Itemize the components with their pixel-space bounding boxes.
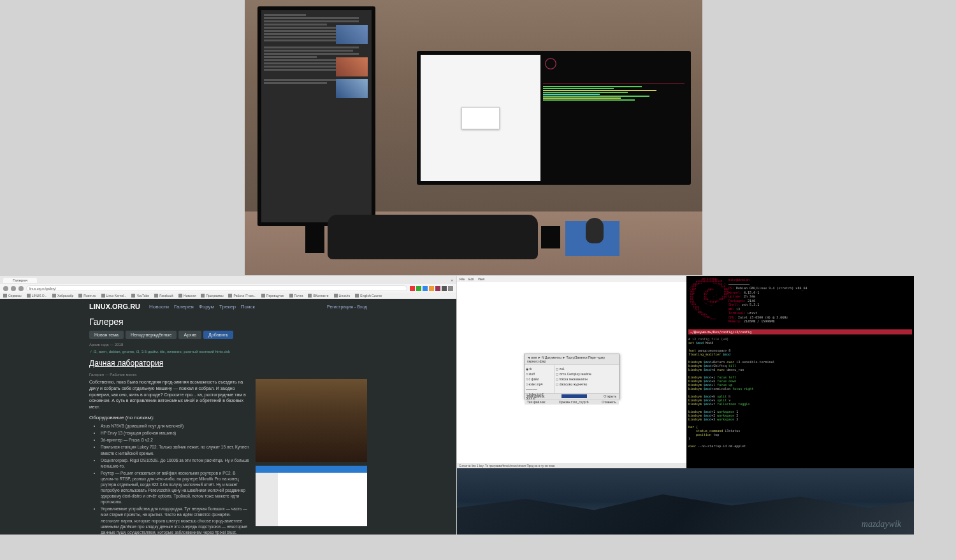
code-content: # i3 config file (v4)set $mod Mod4 font …	[688, 337, 912, 448]
file-item[interactable]: ◻ fracка текаsвелилн	[556, 377, 618, 382]
browser-window: Галерея × linux.org.ru/gallery/ СервисыL…	[0, 276, 456, 535]
site-nav: НовостиГалереяФорумТрекерПоиск	[149, 304, 255, 310]
nav-link[interactable]: Галерея	[174, 304, 194, 310]
bookmark-item[interactable]: Linux Kernel...	[101, 294, 127, 298]
nav-link[interactable]: Поиск	[241, 304, 255, 310]
check-icon: ✓	[89, 350, 92, 354]
thumbnail-photo[interactable]	[256, 379, 367, 462]
dialog-file-list: ◻ co1◻ circu.Cernploy.readme◻ fracка тек…	[554, 365, 619, 393]
breadcrumb: Архив года — 2018	[89, 343, 367, 347]
bookmark-item[interactable]: Работа IT-сек...	[228, 294, 256, 298]
extension-icon[interactable]	[423, 286, 428, 291]
menu-item[interactable]: File	[460, 277, 465, 281]
dialog-breadcrumb[interactable]: ◄ имя ► N Документы ► Торгу/Заметки Пере…	[525, 354, 619, 365]
extension-icon[interactable]	[416, 286, 421, 291]
back-icon[interactable]	[3, 286, 8, 291]
extension-icon[interactable]	[442, 286, 447, 291]
place-item[interactable]: □ exter.mp4	[526, 382, 553, 387]
file-item[interactable]: ◻ datacовo журнятво	[556, 382, 618, 387]
bookmarks-bar: СервисыLINUX.O...ХабрахабрRoem.ruLinux K…	[0, 292, 456, 299]
bookmark-item[interactable]: English Course	[355, 294, 382, 298]
photo-left-monitor	[257, 6, 375, 226]
system-info: mike@debian ─────────── OS: Debian GNU/L…	[728, 278, 807, 326]
bookmark-item[interactable]: Программы	[201, 294, 223, 298]
page-title: Галерея	[89, 317, 367, 327]
bookmark-item[interactable]: LINUX.O...	[27, 294, 47, 298]
browser-tabs: Галерея ×	[0, 276, 456, 284]
place-item[interactable]: ─────	[526, 387, 553, 392]
menu-item[interactable]: Edit	[468, 277, 474, 281]
editor-menubar: FileEditView	[457, 276, 686, 282]
place-item[interactable]: ◉ rk	[526, 366, 553, 371]
prompt-header: ~/Документы/Dev/config/i3/config	[688, 329, 912, 334]
page-body: LINUX.ORG.RU НовостиГалереяФорумТрекерПо…	[0, 299, 456, 535]
extension-icon[interactable]	[429, 286, 434, 291]
wallpaper-signature: mazdaywik	[862, 519, 901, 529]
bookmark-item[interactable]: Переводчик	[261, 294, 284, 298]
file-item[interactable]: ◻ circu.Cernploy.readme	[556, 371, 618, 377]
bookmark-item[interactable]: Новости	[178, 294, 196, 298]
site-logo[interactable]: LINUX.ORG.RU	[89, 303, 140, 310]
bookmark-item[interactable]: Хабрахабр	[52, 294, 73, 298]
menu-icon[interactable]	[448, 286, 453, 291]
gallery-button[interactable]: Новая тема	[89, 331, 124, 339]
editor-status-bar: Cursor at line 1 key. Те программ/hmok/с…	[457, 463, 686, 468]
bookmark-item[interactable]: Почта	[289, 294, 303, 298]
extension-icon[interactable]	[410, 286, 415, 291]
menu-item[interactable]: View	[478, 277, 485, 281]
post-meta: Галерея — Рабочие места	[89, 373, 367, 377]
place-item[interactable]: □ stuff	[526, 371, 553, 377]
terminal-window[interactable]: _,met$$$$$gg. ,g$$$$$$$$$$$$$$$P. ,g$$P"…	[686, 276, 914, 468]
bookmark-item[interactable]: Roem.ru	[78, 294, 96, 298]
bookmark-item[interactable]: Facebook	[154, 294, 173, 298]
nav-link[interactable]: Трекер	[219, 304, 236, 310]
photo-keyboard	[328, 215, 538, 259]
gallery-button[interactable]: Добавить	[203, 331, 233, 339]
filetype-label: Тип файлов:	[527, 400, 546, 404]
browser-toolbar: linux.org.ru/gallery/	[0, 284, 456, 292]
thumbnail-screenshot[interactable]	[256, 466, 367, 526]
debian-logo-icon: _,met$$$$$gg. ,g$$$$$$$$$$$$$$$P. ,g$$P"…	[688, 278, 723, 313]
dialog-places: ◉ rk□ stuff□ с файл□ exter.mp4─────□ Ind…	[525, 365, 554, 393]
nav-link[interactable]: Форум	[199, 304, 214, 310]
desk-photo	[245, 0, 702, 275]
photo-right-monitor	[417, 51, 691, 185]
forward-icon[interactable]	[11, 286, 16, 291]
nav-link[interactable]: Новости	[149, 304, 169, 310]
gallery-button[interactable]: Неподтверждённые	[126, 331, 177, 339]
reload-icon[interactable]	[18, 286, 24, 291]
file-open-dialog: ◄ имя ► N Документы ► Торгу/Заметки Пере…	[524, 354, 619, 399]
browser-tab[interactable]: Галерея	[3, 278, 37, 283]
bookmark-item[interactable]: YouTube	[131, 294, 149, 298]
bookmark-item[interactable]: Сервисы	[3, 294, 22, 298]
bookmark-item[interactable]: ВКонтакте	[308, 294, 328, 298]
file-item[interactable]: ◻ co1	[556, 366, 618, 371]
gallery-button[interactable]: Архив	[178, 331, 201, 339]
text-editor-window: FileEditView ◄ имя ► N Документы ► Торгу…	[457, 276, 686, 468]
filename-input[interactable]	[561, 394, 587, 398]
open-button[interactable]: Открыть	[604, 394, 616, 398]
tag-links[interactable]: i3, awm, debian, gnome, i3, 3.5-дюйм. ti…	[94, 350, 230, 354]
close-tab-icon[interactable]: ×	[451, 278, 453, 282]
wallpaper-panel: mazdaywik	[457, 468, 914, 535]
cancel-button[interactable]: Отменить	[602, 400, 616, 404]
post-title-link[interactable]: Дачная лаборатория	[89, 359, 367, 368]
photo-mouse	[586, 218, 604, 243]
filetype-select[interactable]: Орновн стат_схуртb	[559, 400, 589, 404]
extension-icon[interactable]	[435, 286, 440, 291]
filename-label: Имя файла:	[527, 394, 545, 398]
address-input[interactable]: linux.org.ru/gallery/	[26, 285, 407, 291]
bookmark-item[interactable]: Linux/ru	[334, 294, 351, 298]
place-item[interactable]: □ с файл	[526, 377, 553, 382]
auth-links[interactable]: Регистрация - Вход	[327, 305, 367, 309]
